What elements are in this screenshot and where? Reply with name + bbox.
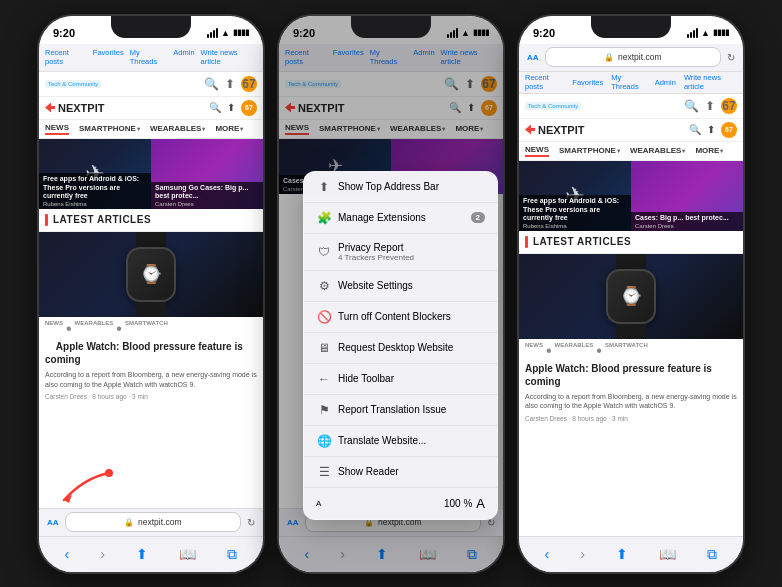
search-icon-r[interactable]: 🔍 xyxy=(684,99,699,113)
site-tag-r: Tech & Community xyxy=(525,102,581,110)
signal-icon xyxy=(207,28,218,38)
menu-item-left-9: 🌐 Translate Website... xyxy=(316,434,426,448)
article-title: ■Apple Watch: Blood pressure feature is … xyxy=(39,338,263,368)
back-icon[interactable]: ‹ xyxy=(65,546,70,562)
card-author-rr: Carsten Drees xyxy=(635,223,739,229)
nav-favorites[interactable]: Favorites xyxy=(93,48,124,66)
settings-icon: ⚙ xyxy=(316,279,332,293)
logo-icons-r: 🔍 ⬆ 67 xyxy=(689,122,737,138)
forward-icon-r[interactable]: › xyxy=(580,546,585,562)
tag-wearables[interactable]: WEARABLES xyxy=(75,320,114,338)
watch-image-r: ⌚ xyxy=(519,254,743,339)
hero-img-left: ✈ Free apps for Android & iOS: These Pro… xyxy=(39,139,151,209)
search-icon[interactable]: 🔍 xyxy=(204,77,219,91)
menu-privacy-report[interactable]: 🛡 Privacy Report 4 Trackers Prevented xyxy=(304,234,497,271)
menu-content-blockers[interactable]: 🚫 Turn off Content Blockers xyxy=(304,302,497,333)
nav-more-r[interactable]: MORE ▾ xyxy=(695,145,723,157)
menu-hide-toolbar[interactable]: ← Hide Toolbar xyxy=(304,364,497,395)
screen-middle: 9:20 ▲ ▮▮▮▮ Recent posts Favorites My Th… xyxy=(279,16,503,572)
avatar-r[interactable]: 67 xyxy=(721,98,737,114)
nav-news-r[interactable]: NEWS xyxy=(525,145,549,157)
share-bottom-icon[interactable]: ⬆ xyxy=(136,546,148,562)
nav-recent[interactable]: Recent posts xyxy=(45,48,87,66)
nav-links: Recent posts Favorites My Threads Admin … xyxy=(45,48,257,66)
back-icon-r[interactable]: ‹ xyxy=(545,546,550,562)
font-small-a: A xyxy=(316,499,321,508)
share-icon-br[interactable]: ⬆ xyxy=(616,546,628,562)
card-title-right: Samsung Go Cases: Big p... best protec..… xyxy=(155,184,259,201)
menu-report-translation[interactable]: ⚑ Report Translation Issue xyxy=(304,395,497,426)
share-icon-r2[interactable]: ⬆ xyxy=(707,124,715,135)
tag-smartwatch-r[interactable]: SMARTWATCH xyxy=(605,342,648,360)
share-icon-r[interactable]: ⬆ xyxy=(705,99,715,113)
tabs-icon[interactable]: ⧉ xyxy=(227,546,237,563)
nav-smartphone-r[interactable]: SMARTPHONE ▾ xyxy=(559,145,620,157)
reload-icon-r[interactable]: ↻ xyxy=(727,52,735,63)
avatar[interactable]: 67 xyxy=(241,76,257,92)
fav-recent[interactable]: Recent posts xyxy=(525,73,564,91)
fav-threads[interactable]: My Threads xyxy=(611,73,646,91)
nav-wearables[interactable]: WEARABLES ▾ xyxy=(150,123,206,135)
nav-news[interactable]: NEWS xyxy=(45,123,69,135)
card-overlay-rr: Cases: Big p... best protec... Carsten D… xyxy=(631,212,743,230)
avatar-r2[interactable]: 67 xyxy=(721,122,737,138)
menu-show-reader[interactable]: ☰ Show Reader xyxy=(304,457,497,488)
section-title-r: LATEST ARTICLES xyxy=(533,236,631,247)
menu-desktop-website[interactable]: 🖥 Request Desktop Website xyxy=(304,333,497,364)
search-icon-2[interactable]: 🔍 xyxy=(209,102,221,113)
menu-manage-extensions[interactable]: 🧩 Manage Extensions 2 xyxy=(304,203,497,234)
bookmarks-icon-r[interactable]: 📖 xyxy=(659,546,676,562)
fav-favorites[interactable]: Favorites xyxy=(572,78,603,87)
logo-text: NEXTPIT xyxy=(58,102,104,114)
menu-show-address-bar[interactable]: ⬆ Show Top Address Bar xyxy=(304,172,497,203)
article-meta-r: Carsten Drees · 8 hours ago · 3 min xyxy=(519,413,743,424)
extensions-icon: 🧩 xyxy=(316,211,332,225)
svg-point-1 xyxy=(105,469,113,477)
share-icon-2[interactable]: ⬆ xyxy=(227,102,235,113)
forward-icon[interactable]: › xyxy=(100,546,105,562)
menu-item-right-11: 100 % A xyxy=(444,496,485,511)
wifi-icon-r: ▲ xyxy=(701,28,710,38)
aa-label[interactable]: AA xyxy=(47,518,59,527)
card-overlay-left: Free apps for Android & iOS: These Pro v… xyxy=(39,173,151,208)
menu-translate[interactable]: 🌐 Translate Website... xyxy=(304,426,497,457)
desktop-label: Request Desktop Website xyxy=(338,342,453,353)
url-input-r[interactable]: 🔒 nextpit.com xyxy=(545,47,721,67)
card-overlay-right: Samsung Go Cases: Big p... best protec..… xyxy=(151,182,263,209)
avatar-2[interactable]: 67 xyxy=(241,100,257,116)
tag-news[interactable]: NEWS xyxy=(45,320,63,338)
fav-write[interactable]: Write news article xyxy=(684,73,737,91)
tag-smartwatch[interactable]: SMARTWATCH xyxy=(125,320,168,338)
section-title: LATEST ARTICLES xyxy=(53,214,151,225)
watch-image: ⌚ xyxy=(39,232,263,317)
aa-label-r[interactable]: AA xyxy=(527,53,539,62)
nav-threads[interactable]: My Threads xyxy=(130,48,168,66)
tag-wearables-r[interactable]: WEARABLES xyxy=(555,342,594,360)
phone-right: 9:20 ▲ ▮▮▮▮ AA 🔒 nextpit.com ↻ xyxy=(517,14,745,574)
watch-band-bottom-r xyxy=(616,324,646,339)
nav-wearables-r[interactable]: WEARABLES ▾ xyxy=(630,145,686,157)
tag-news-r[interactable]: NEWS xyxy=(525,342,543,360)
hero-img-right: Samsung Go Cases: Big p... best protec..… xyxy=(151,139,263,209)
menu-font-size[interactable]: A 100 % A xyxy=(304,488,497,519)
search-icon-r2[interactable]: 🔍 xyxy=(689,124,701,135)
bottom-bar-left: ‹ › ⬆ 📖 ⧉ xyxy=(39,536,263,572)
fav-admin[interactable]: Admin xyxy=(655,78,676,87)
browser-nav-bar: Recent posts Favorites My Threads Admin … xyxy=(39,44,263,72)
menu-website-settings[interactable]: ⚙ Website Settings xyxy=(304,271,497,302)
bottom-bar-r: ‹ › ⬆ 📖 ⧉ xyxy=(519,536,743,572)
tabs-icon-r[interactable]: ⧉ xyxy=(707,546,717,563)
report-icon: ⚑ xyxy=(316,403,332,417)
nav-more[interactable]: MORE ▾ xyxy=(215,123,243,135)
reload-icon[interactable]: ↻ xyxy=(247,517,255,528)
nav-admin[interactable]: Admin xyxy=(173,48,194,66)
article-title-r: Apple Watch: Blood pressure feature is c… xyxy=(519,360,743,390)
share-icon[interactable]: ⬆ xyxy=(225,77,235,91)
main-nav-r: NEWS SMARTPHONE ▾ WEARABLES ▾ MORE ▾ xyxy=(519,142,743,161)
bookmarks-icon[interactable]: 📖 xyxy=(179,546,196,562)
nav-smartphone[interactable]: SMARTPHONE ▾ xyxy=(79,123,140,135)
site-tag: Tech & Community xyxy=(45,80,101,88)
nav-write[interactable]: Write news article xyxy=(201,48,257,66)
extensions-badge: 2 xyxy=(471,212,485,223)
url-input[interactable]: 🔒 nextpit.com xyxy=(65,512,241,532)
